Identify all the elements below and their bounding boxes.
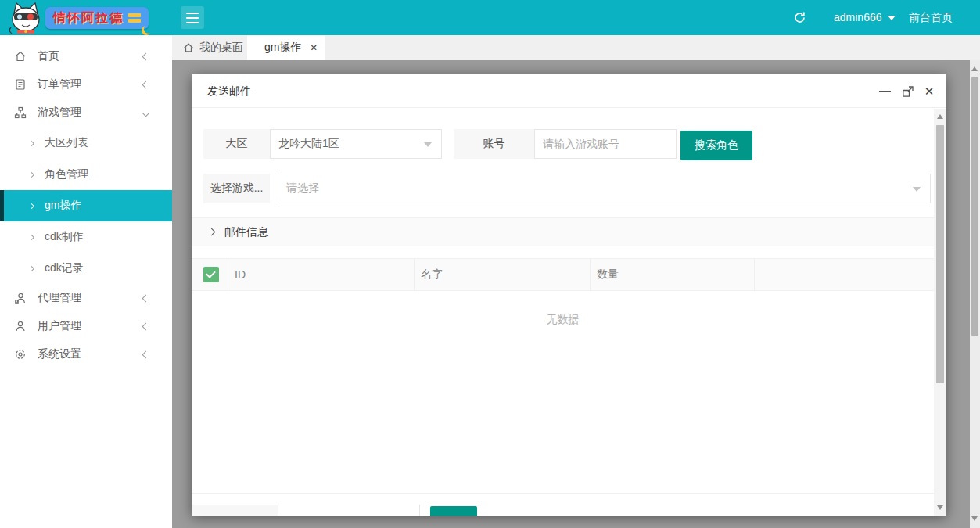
table-bottom-border [192, 493, 934, 494]
game-select-label: 选择游戏... [203, 174, 270, 203]
close-button[interactable] [921, 84, 937, 99]
dialog-scrollbar[interactable] [934, 109, 946, 516]
dialog-scrollbar-thumb[interactable] [936, 125, 944, 383]
arrow-right-icon [29, 140, 34, 145]
chevron-down-icon [142, 109, 150, 117]
refresh-icon [793, 11, 806, 24]
region-select[interactable]: 龙吟大陆1区 [270, 129, 442, 159]
minimize-button[interactable] [877, 84, 892, 99]
chevron-left-icon [142, 81, 150, 88]
sidebar-item-agents[interactable]: 代理管理 [0, 284, 172, 312]
maximize-button[interactable] [900, 84, 916, 99]
caret-down-icon [888, 16, 896, 20]
mail-info-section-toggle[interactable]: 邮件信息 [192, 217, 934, 246]
scroll-up-icon[interactable] [937, 114, 943, 119]
account-input[interactable] [534, 129, 677, 159]
search-role-button[interactable]: 搜索角色 [680, 131, 752, 160]
column-header-name: 名字 [415, 259, 591, 290]
home-icon [14, 50, 27, 63]
dialog-header: 发送邮件 [192, 74, 946, 108]
arrow-right-icon [29, 265, 34, 271]
account-label: 账号 [454, 129, 534, 159]
column-header-qty: 数量 [591, 259, 755, 290]
sidebar-item-settings[interactable]: 系统设置 [0, 340, 172, 368]
page-scrollbar[interactable] [970, 60, 980, 528]
item-table-header: ID 名字 数量 [192, 258, 934, 291]
user-icon [14, 320, 27, 332]
home-icon [183, 42, 194, 53]
sidebar: 首页 订单管理 游戏管理 大区列表 角色管理 [0, 35, 172, 528]
sidebar-item-users[interactable]: 用户管理 [0, 312, 172, 340]
bottom-action-button[interactable] [430, 506, 477, 516]
gear-icon [14, 348, 27, 361]
sidebar-item-region-list[interactable]: 大区列表 [0, 128, 172, 159]
arrow-right-icon [29, 171, 34, 177]
cat-mascot-icon [6, 1, 45, 38]
column-header-id: ID [228, 259, 415, 290]
frontend-home-link[interactable]: 前台首页 [909, 0, 953, 35]
select-all-cell [192, 259, 228, 290]
column-header-empty [755, 259, 934, 290]
topbar: 情怀阿拉德 admin666 前台首页 [0, 0, 980, 35]
region-label: 大区 [203, 129, 270, 159]
chevron-left-icon [142, 322, 150, 330]
chevron-right-icon [208, 228, 216, 236]
user-menu[interactable]: admin666 [834, 0, 896, 35]
logo-decoration [128, 12, 141, 24]
game-select[interactable]: 请选择 [278, 174, 931, 203]
sidebar-item-cdk-make[interactable]: cdk制作 [0, 221, 172, 253]
empty-state-text: 无数据 [192, 313, 934, 327]
region-select-value: 龙吟大陆1区 [278, 137, 339, 151]
page-scrollbar-thumb[interactable] [971, 77, 978, 336]
scroll-down-icon[interactable] [971, 516, 978, 521]
game-select-placeholder: 请选择 [286, 181, 319, 196]
select-caret-icon [424, 142, 432, 147]
arrow-right-icon [29, 203, 34, 208]
scroll-up-icon[interactable] [971, 66, 978, 71]
sitemap-icon [14, 106, 27, 119]
sidebar-item-role-manage[interactable]: 角色管理 [0, 159, 172, 190]
sidebar-item-cdk-record[interactable]: cdk记录 [0, 253, 172, 284]
chevron-left-icon [142, 350, 150, 358]
mail-info-section-title: 邮件信息 [224, 218, 268, 246]
document-icon [14, 78, 27, 91]
sidebar-item-gm-operate[interactable]: gm操作 [0, 190, 172, 221]
select-caret-icon [913, 187, 921, 192]
minimize-icon [879, 91, 891, 92]
scroll-down-icon[interactable] [937, 505, 943, 510]
refresh-button[interactable] [793, 0, 806, 35]
sidebar-item-orders[interactable]: 订单管理 [0, 70, 172, 99]
tab-gm-operate[interactable]: gm操作 [247, 35, 325, 60]
logo-text: 情怀阿拉德 [53, 10, 124, 27]
sidebar-item-games[interactable]: 游戏管理 [0, 99, 172, 127]
logo[interactable]: 情怀阿拉德 [45, 7, 149, 29]
tabbar: 我的桌面 gm操作 [172, 35, 980, 60]
bottom-field-label [192, 505, 278, 516]
dialog-title: 发送邮件 [207, 74, 251, 108]
send-mail-dialog: 发送邮件 大区 龙吟大陆1区 账号 搜索角色 选择游戏... 请选择 [192, 74, 946, 516]
moon-icon [144, 24, 153, 34]
arrow-right-icon [29, 234, 34, 239]
sidebar-item-home[interactable]: 首页 [0, 42, 172, 70]
agent-icon [14, 292, 27, 304]
maximize-icon [902, 85, 914, 98]
select-all-checkbox[interactable] [203, 267, 219, 282]
app-window: 情怀阿拉德 admin666 前台首页 首页 [0, 0, 980, 528]
bottom-field-input[interactable] [278, 505, 420, 516]
username: admin666 [834, 11, 882, 23]
close-tab-icon[interactable] [311, 42, 318, 53]
menu-toggle-button[interactable] [181, 6, 204, 29]
tab-my-desktop[interactable]: 我的桌面 [172, 35, 247, 60]
chevron-left-icon [142, 52, 150, 60]
chevron-left-icon [142, 294, 150, 302]
